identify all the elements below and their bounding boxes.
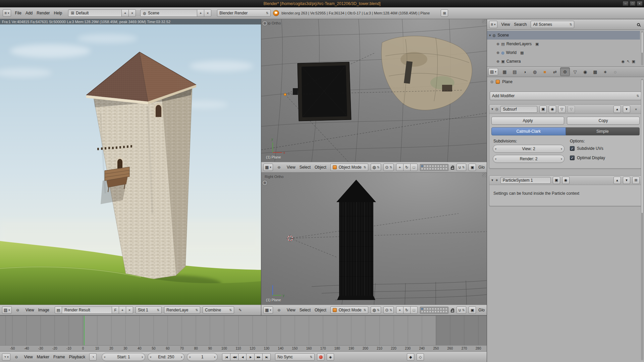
add-layout-button[interactable]: + [121, 9, 129, 17]
tab-object-data-icon[interactable]: ▽ [570, 67, 580, 76]
render-visibility-icon[interactable]: ▣ [539, 106, 547, 113]
tab-constraints-icon[interactable]: ⇄ [550, 67, 560, 76]
viewport-canvas-top[interactable]: y x Top Ortho (1) Plane ⊕ [261, 19, 487, 162]
tab-render-icon[interactable]: ▦ [500, 67, 509, 76]
maximize-button[interactable]: □ [630, 1, 636, 6]
slot-dropdown[interactable]: Slot 1 ⇅ [136, 306, 162, 314]
render-subdivisions-field[interactable]: ▾ Render: 2 ▾ [493, 155, 565, 163]
render-engine-dropdown[interactable]: Blender Render ⇅ [217, 9, 271, 17]
tab-particles-icon[interactable]: ∗ [600, 67, 610, 76]
subsurf-panel-header[interactable]: ▾ ◎ Subsurf ▣ ◉ ▽ ▽ ▴ ▾ × [489, 105, 642, 114]
modifier-name-field[interactable]: Subsurf [500, 106, 537, 113]
layers-widget[interactable] [420, 164, 448, 171]
renderability-camera-icon[interactable]: ▣ [632, 59, 635, 64]
view-subdivisions-field[interactable]: ▾ View: 2 ▾ [493, 145, 565, 153]
playback-button[interactable]: ▶ [246, 353, 255, 361]
copy-modifier-button[interactable]: Copy [567, 117, 640, 125]
autokey-record-button[interactable] [317, 353, 324, 361]
optimal-display-option[interactable]: ✓ Optimal Display [570, 156, 605, 160]
apply-modifier-button[interactable]: Apply [491, 117, 564, 125]
delete-modifier-icon[interactable]: × [632, 106, 640, 113]
collapse-menus-icon[interactable]: ⊖ [275, 306, 283, 314]
expand-icon[interactable]: ⊕ [496, 51, 499, 55]
delete-scene-button[interactable]: × [204, 9, 211, 17]
lock-icon[interactable] [451, 167, 454, 170]
manipulator-rotate-icon[interactable]: ↻ [403, 306, 411, 314]
render-layer-dropdown[interactable]: RenderLaye ⇅ [164, 306, 200, 314]
properties-scrollbar-thumb[interactable] [641, 79, 643, 214]
tab-render-layers-icon[interactable]: ▤ [510, 67, 520, 76]
tab-world-icon[interactable]: ◍ [530, 67, 540, 76]
viewport-editor-type-button[interactable]: ▦ ▾ [263, 306, 273, 314]
outliner-scrollbar-thumb[interactable] [641, 32, 643, 53]
image-editor-menu-item[interactable]: Image [37, 307, 51, 313]
outliner-editor-type-button[interactable]: ≡ ▾ [489, 21, 497, 28]
search-icon[interactable] [635, 21, 642, 28]
outliner-scrollbar[interactable] [641, 31, 643, 65]
particle-name-field[interactable]: ParticleSystem 1 [500, 177, 551, 184]
move-modifier-down-icon[interactable]: ▾ [623, 177, 630, 184]
mode-dropdown[interactable]: Object Mode ⇅ [330, 164, 369, 171]
close-button[interactable]: × [637, 1, 643, 6]
expand-icon[interactable]: ⊕ [496, 59, 499, 64]
outliner-item-scene[interactable]: ▾ ◍ Scene [487, 31, 640, 40]
area-corner-handle[interactable] [482, 173, 487, 177]
collapse-menus-icon[interactable]: ⊖ [275, 164, 283, 171]
collapse-menus-icon[interactable]: ⊖ [14, 306, 21, 314]
shading-dropdown[interactable]: ◍ ⇅ [371, 164, 381, 171]
properties-editor-type-button[interactable]: ▤ ▾ [488, 68, 498, 75]
subdivide-uvs-option[interactable]: ✓ Subdivide UVs [570, 146, 603, 151]
editmode-display-icon[interactable]: ▽ [558, 106, 566, 113]
pivot-dropdown[interactable]: ⊙ ⇅ [383, 306, 394, 314]
outliner-scope-dropdown[interactable]: All Scenes ⇅ [531, 21, 574, 28]
fake-user-button[interactable]: F [112, 306, 119, 314]
tab-material-icon[interactable]: ◉ [580, 67, 590, 76]
info-menu-item[interactable]: Add [24, 10, 34, 16]
selectability-cursor-icon[interactable]: ↖ [627, 59, 630, 64]
minimize-button[interactable]: ─ [623, 1, 629, 6]
opengl-render-icon[interactable]: ▣ [469, 164, 476, 171]
toolbar-expand-icon[interactable]: ⊕ [262, 20, 268, 26]
image-editor-menu-item[interactable]: View [24, 307, 36, 313]
visibility-eye-icon[interactable]: ◉ [622, 59, 625, 64]
simple-toggle[interactable]: Simple [566, 127, 640, 135]
viewport-canvas-right[interactable]: y Right Ortho (1) Plane ⊕ [261, 173, 487, 305]
keying-set-icon[interactable]: ◈ [327, 353, 334, 361]
manipulator-scale-icon[interactable]: □ [410, 164, 418, 171]
info-menu-item[interactable]: Render [35, 10, 51, 16]
end-frame-field[interactable]: ▾ End: 250 ▾ [148, 353, 184, 361]
material-icon[interactable]: ▩ [520, 51, 524, 55]
outliner-menu-item[interactable]: View [500, 21, 512, 27]
orientation-dropdown[interactable]: Glo [478, 165, 485, 170]
copy-stack-icon[interactable]: ⊞ [632, 177, 640, 184]
toolbar-expand-icon[interactable]: ⊕ [262, 180, 268, 186]
timeline-editor-type-button[interactable]: ◔ ▾ [2, 353, 10, 361]
current-frame-field[interactable]: ▾ 1 ▾ [187, 353, 218, 361]
viewport-visibility-icon[interactable]: ◉ [549, 106, 556, 113]
render-visibility-icon[interactable]: ▣ [553, 177, 560, 184]
delete-keyframe-icon[interactable]: ◇ [417, 353, 424, 361]
move-modifier-up-icon[interactable]: ▴ [613, 106, 621, 113]
collapse-menus-icon[interactable]: ⊖ [13, 353, 20, 361]
cage-display-icon[interactable]: ▽ [568, 106, 575, 113]
screen-layout-selector[interactable]: ⊞ Default [68, 9, 122, 17]
outliner-item-world[interactable]: ⊕ ◍ World ▩ [487, 48, 640, 57]
playback-button[interactable]: ◀ [238, 353, 247, 361]
outliner-item-renderlayers[interactable]: ⊕ ▤ RenderLayers ▣ [487, 40, 640, 48]
render-pass-dropdown[interactable]: Combine ⇅ [203, 306, 234, 314]
info-editor-type-button[interactable]: ≡ ▾ [3, 9, 11, 17]
catmull-clark-toggle[interactable]: Catmull-Clark [491, 127, 566, 135]
viewport-menu-item[interactable]: View [285, 164, 297, 170]
add-modifier-dropdown[interactable]: Add Modifier ⇅ [490, 92, 641, 100]
snap-dropdown[interactable]: ∪ ⇅ [457, 164, 466, 171]
area-corner-handle[interactable] [482, 19, 487, 24]
tab-physics-icon[interactable]: ◌ [610, 67, 620, 76]
image-editor-type-button[interactable]: ▨ ▾ [2, 306, 12, 314]
snap-dropdown[interactable]: ∪ ⇅ [457, 306, 466, 314]
pin-icon[interactable]: ⊙ [490, 80, 493, 84]
viewport-menu-item[interactable]: View [285, 307, 297, 313]
orientation-dropdown[interactable]: Glo [478, 308, 485, 312]
expand-icon[interactable]: ▾ [491, 178, 493, 182]
preview-range-clock-icon[interactable]: ◔ [89, 353, 97, 361]
layers-widget[interactable] [420, 307, 448, 314]
